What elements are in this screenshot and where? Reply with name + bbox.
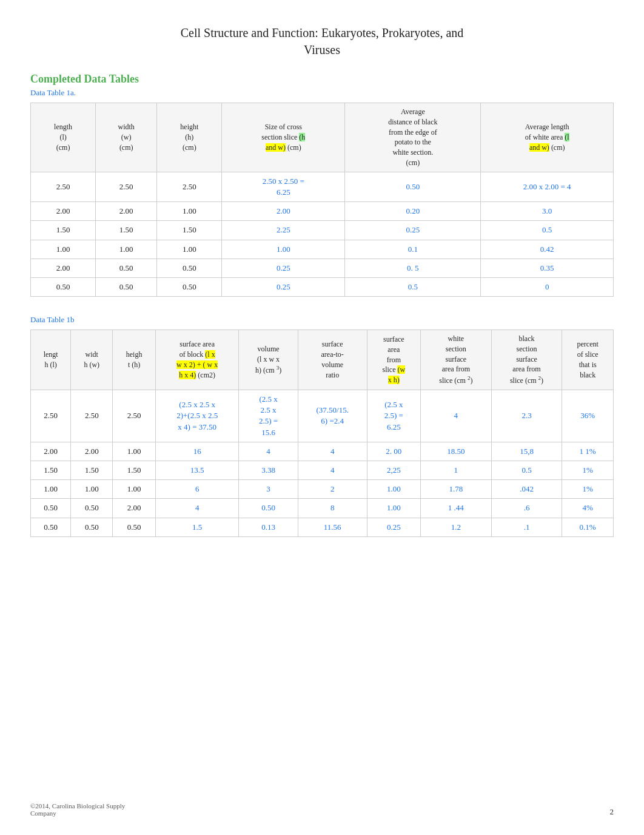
table-row: 2.50 2.50 2.50 (2.5 x 2.5 x2)+(2.5 x 2.5… — [31, 390, 614, 442]
table1b: length (l) width (w) height (h) surface … — [30, 330, 614, 537]
table-row: 2.00 0.50 0.50 0.25 0. 5 0.35 — [31, 259, 614, 277]
table1-col-length: length(l)(cm) — [31, 103, 96, 172]
table-row: 2.00 2.00 1.00 2.00 0.20 3.0 — [31, 202, 614, 221]
page-number: 2 — [610, 807, 614, 817]
table1-col-avgdist: Averagedistance of blackfrom the edge of… — [345, 103, 481, 172]
table1-label: Data Table 1a. — [30, 88, 614, 98]
table1a: length(l)(cm) width(w)(cm) height(h)(cm)… — [30, 103, 614, 297]
table-row: 1.00 1.00 1.00 6 3 2 1.00 1.78 .042 1% — [31, 480, 614, 499]
t2-col-surfacearea: surface areaof block (l xw x 2) + ( w xh… — [155, 330, 239, 390]
t2-col-white: whitesectionsurfacearea fromslice (cm 2) — [421, 330, 492, 390]
table1-col-crosssection: Size of crosssection slice (hand w) (cm) — [222, 103, 345, 172]
t2-col-height: height (h) — [113, 330, 156, 390]
table-row: 2.50 2.50 2.50 2.50 x 2.50 =6.25 0.50 2.… — [31, 172, 614, 201]
footer: ©2014, Carolina Biological Supply Compan… — [30, 802, 125, 817]
table-row: 0.50 0.50 0.50 0.25 0.5 0 — [31, 277, 614, 296]
table-row: 2.00 2.00 1.00 16 4 4 2. 00 18.50 15,8 1… — [31, 442, 614, 461]
t2-col-percent: percentof slicethat isblack — [562, 330, 614, 390]
section-heading: Completed Data Tables — [30, 73, 614, 86]
table-row: 0.50 0.50 0.50 1.5 0.13 11.56 0.25 1.2 .… — [31, 518, 614, 536]
table-row: 1.00 1.00 1.00 1.00 0.1 0.42 — [31, 240, 614, 259]
table1-col-height: height(h)(cm) — [157, 103, 222, 172]
t2-col-volume: volume(l x w xh) (cm 3) — [239, 330, 298, 390]
t2-col-surfslice: surfaceareafromslice (wx h) — [367, 330, 420, 390]
t2-col-length: length (l) — [31, 330, 71, 390]
table-row: 0.50 0.50 2.00 4 0.50 8 1.00 1 .44 .6 4% — [31, 499, 614, 518]
table2-label: Data Table 1b — [30, 315, 614, 325]
table1-col-avglength: Average lengthof white area (land w) (cm… — [481, 103, 614, 172]
t2-col-black: blacksectionsurfacearea fromslice (cm 2) — [491, 330, 562, 390]
page-title: Cell Structure and Function: Eukaryotes,… — [30, 24, 614, 58]
t2-col-satvratio: surfacearea-to-volumeratio — [298, 330, 367, 390]
table-row: 1.50 1.50 1.50 13.5 3.38 4 2,25 1 0.5 1% — [31, 461, 614, 480]
t2-col-width: width (w) — [71, 330, 113, 390]
table-row: 1.50 1.50 1.50 2.25 0.25 0.5 — [31, 221, 614, 240]
table1-col-width: width(w)(cm) — [96, 103, 157, 172]
